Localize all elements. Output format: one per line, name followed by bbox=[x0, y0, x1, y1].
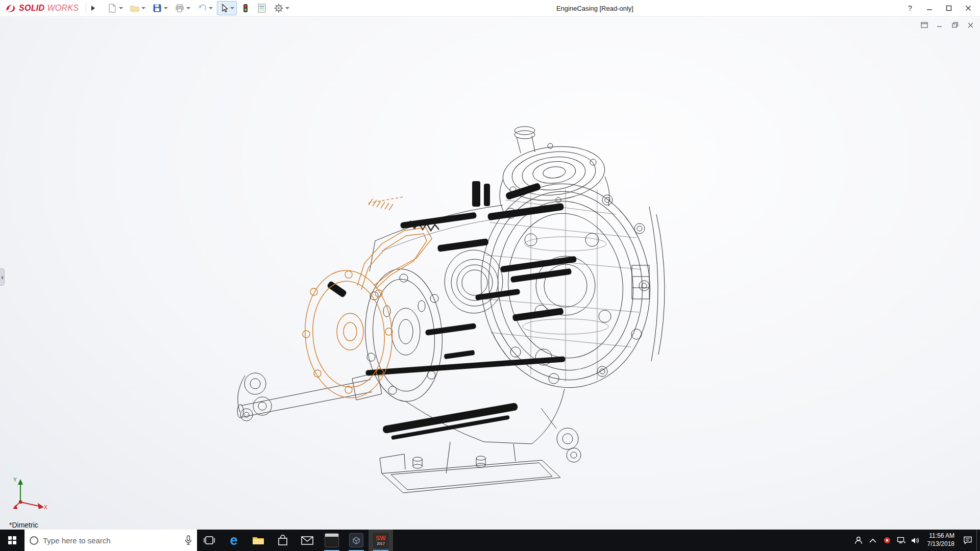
show-desktop-button[interactable] bbox=[976, 530, 980, 551]
rebuild-button[interactable] bbox=[238, 1, 253, 15]
file-explorer-icon bbox=[252, 536, 264, 545]
action-center-button[interactable] bbox=[959, 530, 976, 551]
solidworks-logo: SOLIDWORKS bbox=[0, 3, 84, 13]
volume-button[interactable] bbox=[909, 530, 923, 551]
undo-arrow-icon bbox=[197, 3, 207, 13]
mail-envelope-icon bbox=[301, 536, 313, 545]
dropdown-caret-icon bbox=[119, 7, 123, 9]
help-button[interactable]: ? bbox=[900, 1, 920, 15]
cube-app-icon bbox=[349, 533, 363, 547]
view-orientation-label: *Dimetric bbox=[9, 521, 38, 529]
clock-time: 11:56 AM bbox=[929, 532, 954, 540]
network-icon bbox=[897, 537, 905, 544]
microphone-icon[interactable] bbox=[185, 535, 192, 545]
chevron-up-icon bbox=[869, 538, 876, 543]
task-view-icon bbox=[204, 536, 215, 545]
select-tool-button[interactable] bbox=[217, 1, 237, 15]
brand-works: WORKS bbox=[47, 4, 79, 13]
panel-collapse-tab[interactable] bbox=[0, 268, 5, 286]
printer-icon bbox=[175, 3, 185, 13]
volume-icon bbox=[911, 537, 920, 544]
solidworks-app-button[interactable]: SW 2017 bbox=[369, 530, 393, 551]
brand-solid: SOLID bbox=[19, 4, 44, 13]
status-app-button[interactable] bbox=[880, 530, 894, 551]
triad-y-label: Y bbox=[13, 477, 17, 483]
dropdown-caret-icon bbox=[186, 7, 190, 9]
close-button[interactable] bbox=[959, 1, 978, 15]
mail-button[interactable] bbox=[295, 530, 320, 551]
windows-taskbar: e bbox=[0, 530, 980, 551]
save-button[interactable] bbox=[150, 1, 170, 15]
doc-restore-button[interactable] bbox=[950, 21, 960, 29]
store-button[interactable] bbox=[271, 530, 295, 551]
close-icon bbox=[965, 5, 971, 11]
rebuild-stoplight-icon bbox=[241, 3, 250, 13]
doc-window-icon[interactable] bbox=[920, 21, 929, 29]
edge-button[interactable]: e bbox=[222, 530, 246, 551]
taskbar-search[interactable] bbox=[24, 530, 197, 551]
doc-minimize-button[interactable] bbox=[935, 21, 944, 29]
file-properties-button[interactable] bbox=[254, 1, 270, 15]
menu-flyout-button[interactable] bbox=[88, 2, 97, 14]
file-explorer-button[interactable] bbox=[246, 530, 271, 551]
select-cursor-icon bbox=[219, 4, 229, 13]
graphics-viewport[interactable]: Y X *Dimetric bbox=[0, 17, 980, 530]
window-controls: ? bbox=[900, 1, 980, 15]
terminal-button[interactable] bbox=[320, 530, 344, 551]
solidworks-badge-year: 2017 bbox=[377, 542, 385, 545]
save-floppy-icon bbox=[152, 3, 162, 13]
print-button[interactable] bbox=[172, 1, 193, 15]
quick-access-toolbar bbox=[105, 1, 292, 15]
solidworks-app-icon: SW 2017 bbox=[373, 533, 389, 548]
document-window-controls bbox=[920, 21, 975, 29]
solidworks-badge-text: SW bbox=[376, 535, 385, 541]
ds-logo-icon bbox=[5, 3, 16, 13]
model-area bbox=[0, 0, 980, 551]
dropdown-caret-icon bbox=[209, 7, 213, 9]
red-status-icon bbox=[884, 537, 891, 544]
dropdown-caret-icon bbox=[230, 7, 234, 9]
hidden-icons-button[interactable] bbox=[866, 530, 880, 551]
document-title: EngineCasing [Read-only] bbox=[556, 5, 633, 12]
clock-date: 7/13/2018 bbox=[927, 540, 954, 548]
start-button[interactable] bbox=[0, 530, 24, 551]
task-view-button[interactable] bbox=[197, 530, 222, 551]
action-center-icon bbox=[963, 536, 972, 544]
people-button[interactable] bbox=[851, 530, 866, 551]
taskbar-app-icons: e bbox=[197, 530, 393, 551]
edge-icon: e bbox=[230, 534, 237, 547]
dropdown-caret-icon bbox=[285, 7, 289, 9]
options-gear-icon bbox=[274, 3, 284, 13]
options-button[interactable] bbox=[271, 1, 292, 15]
maximize-button[interactable] bbox=[939, 1, 959, 15]
taskbar-clock[interactable]: 11:56 AM 7/13/2018 bbox=[923, 530, 959, 551]
open-folder-icon bbox=[130, 3, 140, 13]
store-bag-icon bbox=[278, 535, 288, 546]
doc-close-button[interactable] bbox=[966, 21, 975, 29]
minimize-button[interactable] bbox=[920, 1, 939, 15]
flyout-arrow-icon bbox=[91, 6, 95, 11]
maximize-icon bbox=[946, 5, 952, 11]
minimize-icon bbox=[926, 5, 933, 11]
undo-button[interactable] bbox=[194, 1, 215, 15]
engine-casing-wireframe[interactable] bbox=[0, 0, 980, 551]
triad-x-label: X bbox=[44, 505, 47, 510]
system-tray: 11:56 AM 7/13/2018 bbox=[851, 530, 980, 551]
new-document-button[interactable] bbox=[105, 1, 126, 15]
dropdown-caret-icon bbox=[164, 7, 168, 9]
divider bbox=[86, 3, 86, 13]
search-input[interactable] bbox=[43, 536, 180, 545]
cortana-icon bbox=[30, 536, 38, 545]
network-button[interactable] bbox=[894, 530, 909, 551]
file-properties-icon bbox=[257, 3, 267, 13]
solidworks-window: SOLIDWORKS bbox=[0, 0, 980, 551]
open-button[interactable] bbox=[127, 1, 148, 15]
new-document-icon bbox=[107, 3, 117, 13]
dropdown-caret-icon bbox=[141, 7, 145, 9]
people-icon bbox=[854, 536, 863, 545]
terminal-icon bbox=[325, 533, 339, 547]
cube-app-button[interactable] bbox=[344, 530, 369, 551]
title-bar: SOLIDWORKS bbox=[0, 0, 980, 17]
help-icon: ? bbox=[908, 4, 912, 12]
windows-logo-icon bbox=[8, 536, 16, 544]
